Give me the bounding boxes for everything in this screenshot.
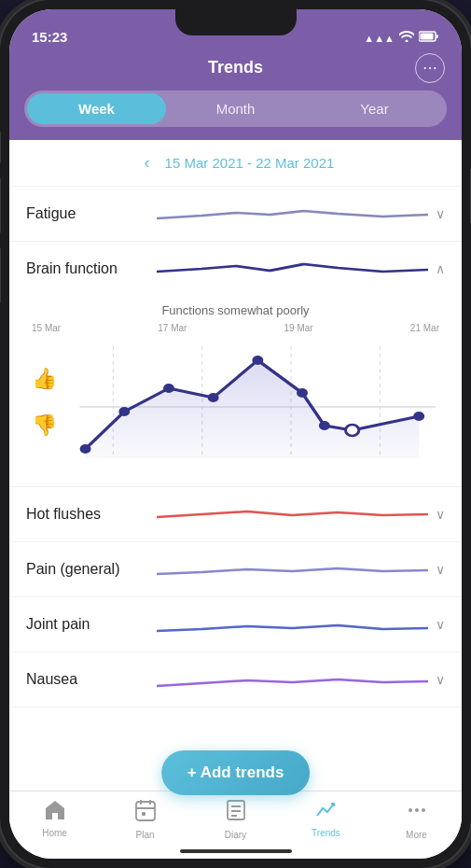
symptom-chart-brain-function [157,255,428,283]
status-icons: ▲▲▲ [364,31,439,45]
diary-icon [226,799,246,827]
symptom-chart-hot-flushes [157,500,428,528]
symptom-label-nausea: Nausea [26,671,157,688]
notch [175,9,297,35]
svg-rect-22 [228,801,244,819]
symptom-label-brain-function: Brain function [26,260,157,277]
svg-point-15 [346,425,359,436]
symptom-chevron-brain-function: ∧ [436,261,445,276]
symptom-row-hot-flushes[interactable]: Hot flushes ∨ [9,487,462,542]
silent-button [0,131,1,163]
svg-rect-1 [421,34,434,40]
symptom-row-fatigue[interactable]: Fatigue ∨ [9,187,462,242]
date-navigation: ‹ 15 Mar 2021 - 22 Mar 2021 [9,140,462,187]
wifi-icon [399,31,414,45]
svg-point-8 [80,444,91,454]
symptom-row-nausea[interactable]: Nausea ∨ [9,652,462,707]
symptom-chevron-hot-flushes: ∨ [436,507,445,522]
nav-label-more: More [406,830,427,840]
add-trends-button[interactable]: + Add trends [161,750,311,795]
nav-label-trends: Trends [312,828,340,838]
phone-frame: 15:23 ▲▲▲ Trends [0,0,471,868]
tab-week[interactable]: Week [27,93,166,124]
symptom-label-pain-general: Pain (general) [26,561,157,578]
chart-subtitle: Functions somewhat poorly [24,303,447,317]
svg-rect-17 [136,802,155,820]
chart-labels: 15 Mar 17 Mar 19 Mar 21 Mar [24,323,447,333]
symptom-chevron-pain-general: ∨ [436,562,445,577]
date-prev-arrow[interactable]: ‹ [137,149,158,176]
nav-item-home[interactable]: Home [9,799,100,840]
svg-point-28 [422,808,425,812]
symptom-chart-joint-pain [157,610,428,638]
more-nav-icon [406,799,428,827]
symptom-row-pain-general[interactable]: Pain (general) ∨ [9,542,462,597]
svg-rect-21 [142,812,145,816]
status-time: 15:23 [32,29,67,45]
header: Trends ⋯ [9,50,462,91]
svg-point-11 [208,393,219,402]
svg-point-13 [297,388,308,398]
chart-label-3: 21 Mar [410,323,439,333]
tab-year[interactable]: Year [305,93,444,124]
phone-screen: 15:23 ▲▲▲ Trends [9,9,462,859]
tab-pills: Week Month Year [24,91,447,127]
svg-point-10 [163,384,174,393]
battery-icon [419,31,439,45]
header-title: Trends [208,58,263,77]
symptom-label-fatigue: Fatigue [26,205,157,222]
svg-point-16 [413,412,424,421]
tab-selector: Week Month Year [9,91,462,140]
nav-label-plan: Plan [135,830,154,840]
chart-feedback: 👍 👎 [32,367,57,438]
svg-point-14 [319,421,330,430]
nav-item-diary[interactable]: Diary [190,799,281,840]
nav-label-home: Home [42,828,67,838]
symptom-chart-nausea [157,665,428,693]
symptom-chart-pain-general [157,555,428,583]
nav-item-plan[interactable]: Plan [100,799,190,840]
svg-point-27 [415,808,419,812]
thumbs-down-icon: 👎 [32,413,57,438]
symptom-label-joint-pain: Joint pain [26,616,157,633]
symptom-label-hot-flushes: Hot flushes [26,506,157,523]
symptom-chevron-nausea: ∨ [436,672,445,687]
symptom-chevron-fatigue: ∨ [436,206,445,221]
chart-area: 👍 👎 [24,337,447,468]
chart-label-1: 17 Mar [158,323,187,333]
nav-item-trends[interactable]: Trends [281,799,371,840]
svg-point-9 [118,407,130,416]
nav-label-diary: Diary [225,830,246,840]
content-area: ‹ 15 Mar 2021 - 22 Mar 2021 Fatigue ∨ Br… [9,140,462,791]
chart-section: Functions somewhat poorly 15 Mar 17 Mar … [9,296,462,487]
plan-icon [135,799,156,827]
symptom-row-brain-function[interactable]: Brain function ∧ [9,242,462,296]
svg-point-26 [409,808,412,812]
chart-label-0: 15 Mar [32,323,61,333]
signal-icon: ▲▲▲ [364,33,395,44]
date-range: 15 Mar 2021 - 22 Mar 2021 [165,155,335,171]
symptom-chevron-joint-pain: ∨ [436,617,445,632]
symptom-chart-fatigue [157,200,428,228]
tab-month[interactable]: Month [166,93,305,124]
chart-label-2: 19 Mar [284,323,313,333]
svg-point-12 [252,356,263,365]
volume-down-button [0,247,1,303]
home-icon [44,799,66,825]
header-more-button[interactable]: ⋯ [415,53,445,83]
trends-icon [315,799,338,825]
home-indicator [180,849,292,853]
thumbs-up-icon: 👍 [32,367,57,391]
nav-item-more[interactable]: More [371,799,462,840]
svg-marker-7 [86,360,420,458]
volume-up-button [0,177,1,233]
symptom-row-joint-pain[interactable]: Joint pain ∨ [9,597,462,652]
